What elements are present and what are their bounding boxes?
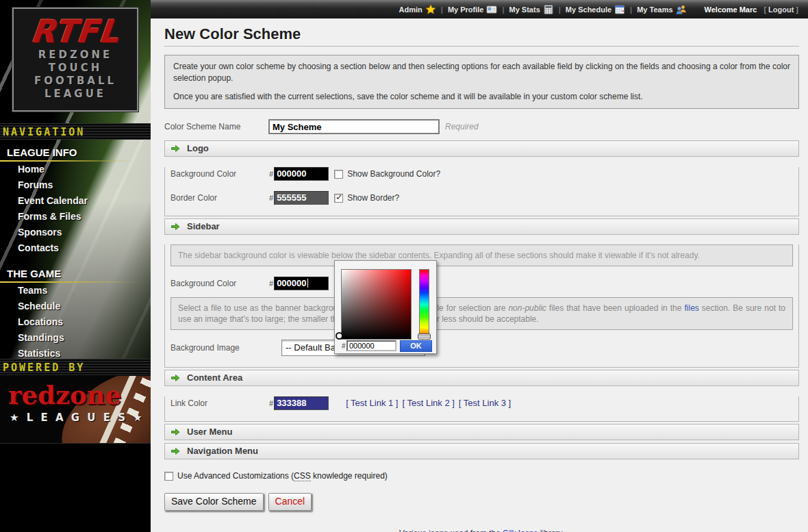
non-public-emphasis: non-public	[508, 303, 546, 313]
sidebar-item-forms-files[interactable]: Forms & Files	[0, 208, 151, 224]
section-header-content-area[interactable]: Content Area	[164, 370, 799, 386]
intro-paragraph-1: Create your own color scheme by choosing…	[173, 61, 790, 84]
sidebar-item-sponsors[interactable]: Sponsors	[0, 224, 151, 240]
sidebar-item-home[interactable]: Home	[0, 161, 151, 177]
logout-bracket: [	[763, 5, 766, 14]
vcard-icon	[486, 4, 497, 15]
color-picker-cursor[interactable]	[336, 332, 343, 340]
calculator-icon	[543, 4, 554, 15]
welcome-text: Welcome Marc	[705, 5, 757, 14]
test-link-2[interactable]: [ Test Link 2 ]	[402, 398, 454, 409]
advanced-customizations-checkbox[interactable]	[164, 472, 173, 481]
test-links: [ Test Link 1 ] [ Test Link 2 ] [ Test L…	[346, 398, 511, 409]
green-arrow-icon	[171, 144, 180, 153]
sidebar-item-forums[interactable]: Forums	[0, 177, 151, 192]
logout-link[interactable]: Logout	[768, 5, 794, 14]
picker-hex-input[interactable]	[346, 340, 396, 351]
show-border-checkbox[interactable]	[334, 194, 343, 203]
intro-paragraph-2: Once you are satisfied with the current …	[173, 91, 790, 103]
sidebar-item-locations[interactable]: Locations	[0, 314, 151, 329]
green-arrow-icon	[171, 373, 180, 383]
top-user-bar: Admin | My Profile | My Stats | My Sc	[151, 0, 808, 18]
topbar-item-my-stats[interactable]: My Stats	[509, 4, 554, 15]
powered-by-band: POWERED BY	[0, 359, 151, 375]
section-header-logo[interactable]: Logo	[164, 140, 799, 157]
topbar-item-my-teams[interactable]: My Teams	[637, 4, 686, 15]
saturation-value-area[interactable]	[341, 269, 412, 340]
page-footer: Various icons used from the Silk Icons l…	[164, 529, 799, 532]
hex-prefix: #	[269, 170, 273, 178]
topbar-item-my-schedule[interactable]: My Schedule	[566, 4, 625, 15]
show-bg-color-label[interactable]: Show Background Color?	[347, 169, 440, 179]
section-body-logo: Background Color # 000000 Show Backgroun…	[164, 167, 799, 216]
group-icon	[676, 4, 687, 15]
section-header-navigation-menu[interactable]: Navigation Menu	[164, 443, 799, 459]
files-link[interactable]: files	[684, 303, 698, 313]
save-color-scheme-button[interactable]: Save Color Scheme	[164, 493, 264, 511]
redzone-leagues-logo[interactable]: redzone ★ L E A G U E S ★	[0, 376, 151, 444]
nav-heading-the-game: THE GAME	[0, 265, 151, 282]
page-title: New Color Scheme	[164, 25, 799, 43]
hex-prefix: #	[269, 399, 273, 407]
scheme-name-input[interactable]	[268, 119, 440, 134]
green-arrow-icon	[171, 446, 180, 456]
logo-border-color-swatch[interactable]: 555555	[274, 191, 329, 205]
league-logo[interactable]: RTFL REDZONE TOUCH FOOTBALL LEAGUE	[12, 8, 138, 112]
scheme-name-label: Color Scheme Name	[164, 122, 268, 132]
cancel-button[interactable]: Cancel	[268, 493, 312, 511]
sidebar-item-teams[interactable]: Teams	[0, 282, 151, 298]
picker-ok-button[interactable]: OK	[400, 340, 432, 352]
test-link-1[interactable]: [ Test Link 1 ]	[346, 398, 398, 409]
section-body-content-area: Link Color # 333388 [ Test Link 1 ] [ Te…	[164, 396, 799, 422]
star-icon	[425, 4, 436, 15]
action-buttons: Save Color Scheme Cancel	[164, 493, 799, 511]
nav-heading-league-info: LEAGUE INFO	[0, 144, 151, 161]
navigation-band-label: NAVIGATION	[3, 126, 85, 138]
logo-bg-color-label: Background Color	[171, 169, 269, 179]
topbar-item-my-profile[interactable]: My Profile	[448, 4, 498, 15]
silk-icons-link[interactable]: Silk Icons	[503, 529, 538, 532]
hue-slider-thumb[interactable]	[418, 333, 431, 340]
section-header-sidebar[interactable]: Sidebar	[164, 218, 799, 235]
hex-prefix: #	[269, 279, 273, 288]
link-color-swatch[interactable]: 333388	[274, 396, 329, 410]
sidebar-item-event-calendar[interactable]: Event Calendar	[0, 192, 151, 208]
calendar-icon	[614, 4, 625, 15]
banner-image-note: Select a file to use as the banner backg…	[171, 297, 793, 330]
advanced-customizations-row: Use Advanced Customizations (CSS knowled…	[164, 471, 799, 481]
show-bg-color-checkbox[interactable]	[334, 170, 343, 179]
sidebar-bg-color-swatch[interactable]: 000000	[274, 277, 329, 290]
scheme-name-row: Color Scheme Name Required	[164, 119, 799, 134]
logo-bg-color-swatch[interactable]: 000000	[274, 167, 329, 181]
required-hint: Required	[445, 122, 479, 131]
sidebar-bg-color-row: Background Color # 000000	[171, 277, 793, 290]
sidebar-item-standings[interactable]: Standings	[0, 329, 151, 345]
sidebar-nav: LEAGUE INFO Home Forums Event Calendar F…	[0, 144, 151, 361]
green-arrow-icon	[171, 222, 180, 231]
navigation-band: NAVIGATION	[0, 123, 151, 140]
redzone-brand-text: redzone	[8, 381, 121, 409]
logo-bg-color-row: Background Color # 000000 Show Backgroun…	[171, 167, 793, 181]
sidebar-item-contacts[interactable]: Contacts	[0, 240, 151, 255]
main-content: New Color Scheme Create your own color s…	[151, 18, 808, 532]
topbar-separator: |	[630, 5, 632, 14]
logout-group: [ Logout ]	[763, 5, 798, 14]
logo-border-color-row: Border Color # 555555 Show Border?	[171, 191, 793, 205]
league-logo-line: LEAGUE	[14, 88, 137, 101]
show-border-label[interactable]: Show Border?	[347, 193, 399, 203]
section-header-user-menu[interactable]: User Menu	[164, 424, 799, 440]
sidebar-item-schedule[interactable]: Schedule	[0, 298, 151, 314]
link-color-row: Link Color # 333388 [ Test Link 1 ] [ Te…	[171, 396, 793, 410]
logout-bracket: ]	[796, 5, 798, 14]
background-image-label: Background Image	[171, 343, 269, 353]
league-logo-acronym: RTFL	[12, 14, 138, 49]
league-logo-line: TOUCH	[14, 62, 137, 75]
link-color-label: Link Color	[171, 398, 269, 409]
advanced-customizations-label[interactable]: Use Advanced Customizations (CSS knowled…	[177, 471, 388, 481]
footer-line-1: Various icons used from the Silk Icons l…	[164, 529, 799, 532]
hue-slider[interactable]	[419, 269, 429, 340]
css-abbr: CSS	[294, 471, 311, 481]
redzone-leagues-text: ★ L E A G U E S ★	[10, 411, 144, 424]
test-link-3[interactable]: [ Test Link 3 ]	[459, 398, 511, 409]
topbar-item-admin[interactable]: Admin	[399, 4, 436, 15]
